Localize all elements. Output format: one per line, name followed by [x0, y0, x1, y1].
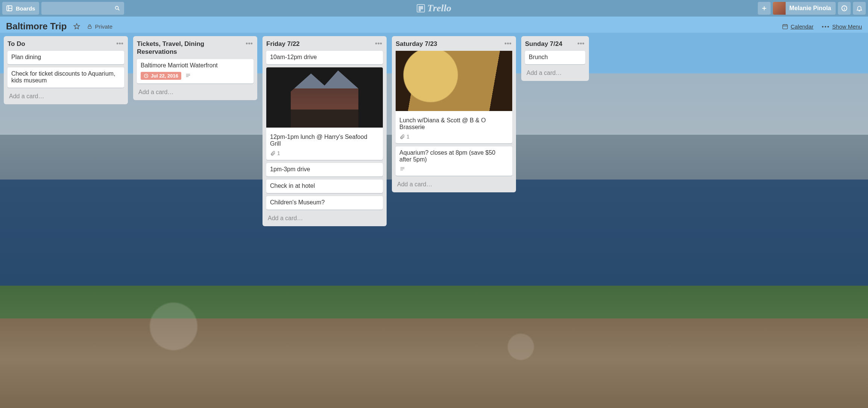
svg-rect-11: [88, 26, 92, 28]
board-icon: [6, 5, 13, 12]
attachment-badge: 1: [399, 134, 410, 140]
add-card-button[interactable]: Add a card…: [137, 87, 253, 96]
list-menu-button[interactable]: •••: [504, 40, 512, 48]
svg-point-9: [844, 7, 845, 8]
ellipsis-icon: •••: [504, 40, 511, 47]
ellipsis-icon: •••: [822, 23, 830, 30]
search-icon: [114, 5, 120, 11]
app-logo-text: Trello: [427, 3, 451, 14]
board-title[interactable]: Baltimore Trip: [6, 21, 67, 32]
card[interactable]: Children's Museum?: [266, 196, 383, 210]
ellipsis-icon: •••: [116, 40, 123, 47]
list-menu-button[interactable]: •••: [374, 40, 383, 48]
visibility-button[interactable]: Private: [87, 23, 112, 30]
list-header: Sunday 7/24•••: [525, 40, 585, 48]
card[interactable]: Check in at hotel: [266, 180, 383, 193]
card[interactable]: Aquarium? closes at 8pm (save $50 after …: [396, 146, 512, 176]
list-title[interactable]: Sunday 7/24: [525, 40, 577, 48]
list-title[interactable]: Friday 7/22: [266, 40, 374, 48]
list: Tickets, Travel, Dining Reservations•••B…: [133, 36, 257, 100]
description-icon: [185, 73, 191, 79]
ellipsis-icon: •••: [246, 40, 253, 47]
card-cover-image: [396, 51, 512, 111]
card-title: Baltimore Marriott Waterfront: [141, 62, 250, 69]
list: Friday 7/22•••10am-12pm drive12pm-1pm lu…: [263, 36, 387, 226]
search-input[interactable]: [45, 5, 114, 11]
card[interactable]: Lunch w/Diana & Scott @ B & O Brasserie1: [396, 51, 512, 143]
add-card-button[interactable]: Add a card…: [525, 67, 585, 76]
attachment-badge: 1: [270, 150, 280, 156]
card-title: 12pm-1pm lunch @ Harry's Seafood Grill: [270, 134, 379, 147]
board-header: Baltimore Trip Private Calendar ••• Show…: [0, 17, 868, 36]
svg-marker-10: [74, 24, 80, 29]
lock-icon: [87, 24, 93, 29]
list: Saturday 7/23•••Lunch w/Diana & Scott @ …: [392, 36, 516, 192]
board-canvas[interactable]: To Do•••Plan diningCheck for ticket disc…: [0, 36, 868, 408]
show-menu-button[interactable]: ••• Show Menu: [822, 23, 862, 30]
list-header: Tickets, Travel, Dining Reservations•••: [137, 40, 253, 56]
card-title: Children's Museum?: [270, 199, 379, 206]
card-title: Plan dining: [11, 54, 120, 61]
list-header: Saturday 7/23•••: [396, 40, 512, 48]
calendar-button[interactable]: Calendar: [782, 23, 813, 30]
boards-button[interactable]: Boards: [2, 2, 39, 15]
card-badges: 1: [270, 150, 379, 156]
calendar-icon: [782, 23, 788, 30]
card[interactable]: 10am-12pm drive: [266, 51, 383, 64]
card-title: Aquarium? closes at 8pm (save $50 after …: [399, 149, 508, 163]
card[interactable]: 1pm-3pm drive: [266, 163, 383, 177]
list-header: Friday 7/22•••: [266, 40, 383, 48]
list-title[interactable]: To Do: [8, 40, 115, 48]
list-menu-button[interactable]: •••: [115, 40, 124, 48]
card-badges: [399, 166, 508, 172]
list-title[interactable]: Tickets, Travel, Dining Reservations: [137, 40, 245, 56]
card-title: Lunch w/Diana & Scott @ B & O Brasserie: [399, 117, 508, 131]
calendar-label[interactable]: Calendar: [791, 23, 813, 30]
ellipsis-icon: •••: [375, 40, 382, 47]
svg-line-4: [118, 9, 119, 11]
bell-icon: [856, 5, 863, 12]
card-cover-image: [266, 67, 383, 128]
card[interactable]: Baltimore Marriott WaterfrontJul 22, 201…: [137, 59, 253, 84]
clock-icon: [144, 73, 149, 78]
card[interactable]: 12pm-1pm lunch @ Harry's Seafood Grill1: [266, 67, 383, 160]
user-name: Melanie Pinola: [789, 5, 831, 12]
create-button[interactable]: [758, 2, 771, 15]
paperclip-icon: [270, 151, 276, 156]
list: Sunday 7/24•••BrunchAdd a card…: [521, 36, 589, 81]
attachment-count: 1: [407, 134, 410, 140]
add-card-button[interactable]: Add a card…: [396, 179, 512, 188]
plus-icon: [761, 5, 767, 11]
star-icon: [73, 23, 80, 30]
user-menu[interactable]: Melanie Pinola: [773, 2, 836, 15]
card-title: 1pm-3pm drive: [270, 166, 379, 173]
card-title: Check in at hotel: [270, 183, 379, 189]
add-card-button[interactable]: Add a card…: [8, 91, 124, 100]
trello-mark-icon: [417, 4, 425, 12]
avatar: [773, 2, 786, 15]
svg-rect-12: [783, 24, 788, 29]
list-title[interactable]: Saturday 7/23: [396, 40, 504, 48]
card[interactable]: Brunch: [525, 51, 585, 64]
list-menu-button[interactable]: •••: [245, 40, 253, 48]
info-icon: [841, 5, 848, 12]
svg-point-3: [115, 6, 118, 9]
card-title: Brunch: [529, 54, 581, 61]
topbar: Boards Trello Melanie Pinola: [0, 0, 868, 17]
list-menu-button[interactable]: •••: [577, 40, 585, 48]
paperclip-icon: [399, 134, 405, 140]
card[interactable]: Plan dining: [8, 51, 124, 64]
notifications-button[interactable]: [853, 2, 866, 15]
due-date-text: Jul 22, 2016: [151, 73, 178, 79]
boards-label: Boards: [16, 5, 35, 12]
show-menu-label[interactable]: Show Menu: [832, 23, 862, 30]
add-card-button[interactable]: Add a card…: [266, 213, 383, 222]
card-badges: Jul 22, 2016: [141, 72, 250, 80]
app-logo[interactable]: Trello: [417, 0, 451, 17]
list: To Do•••Plan diningCheck for ticket disc…: [4, 36, 128, 104]
card[interactable]: Check for ticket discounts to Aquarium, …: [8, 67, 124, 88]
card-title: 10am-12pm drive: [270, 54, 379, 61]
info-button[interactable]: [838, 2, 851, 15]
star-board-button[interactable]: [73, 23, 80, 30]
search-box[interactable]: [41, 2, 124, 15]
